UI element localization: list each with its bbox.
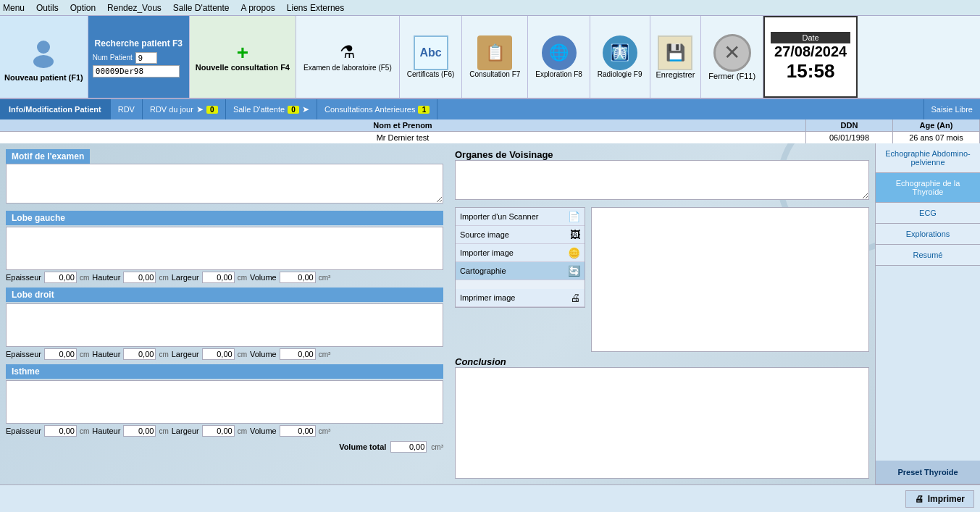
certificats-button[interactable]: Abc Certificats (F6): [400, 16, 463, 98]
sidebar-echographie-thyroide[interactable]: Echographie de la Thyroide: [876, 173, 980, 203]
num-patient-input[interactable]: [135, 52, 157, 64]
lobe-droit-hauteur[interactable]: [123, 348, 156, 360]
volume-total-input[interactable]: [390, 441, 427, 453]
examen-laboratoire-label: Examen de laboratoire (F5): [303, 64, 392, 72]
rdv-button[interactable]: RDV: [111, 99, 143, 119]
isthme-largeur[interactable]: [202, 425, 235, 437]
saisie-libre-button[interactable]: Saisie Libre: [924, 99, 980, 119]
lobe-gauche-hauteur[interactable]: [123, 272, 156, 283]
patient-data-row: Nom et Prenom DDN Age (An) Mr Dernier te…: [0, 119, 980, 143]
epaisseur-label-d: Epaisseur: [6, 350, 41, 358]
lobe-gauche-largeur[interactable]: [202, 272, 235, 283]
radiologie-f9-button[interactable]: 🩻 Radiologie F9: [590, 16, 650, 98]
consult-badge: 1: [418, 106, 430, 114]
info-modification-button[interactable]: Info/Modification Patient: [0, 99, 111, 119]
left-panel: Motif de l'examen Lobe gauche Epaisseur …: [0, 143, 449, 484]
importer-scanner-label: Importer d'un Scanner: [460, 212, 564, 221]
salle-attente-button[interactable]: Salle D'attente 0 ➤: [226, 99, 317, 119]
print-icon: 🖨: [570, 292, 580, 303]
recherche-patient-button[interactable]: Recherche patient F3: [93, 37, 185, 50]
imprimer-image-button[interactable]: Imprimer image 🖨: [456, 289, 585, 307]
cm3-unit-total: cm³: [431, 443, 443, 451]
organes-section: Organes de Voisinage: [455, 149, 869, 203]
plus-icon: +: [237, 43, 248, 63]
cm3-unit-g: cm³: [319, 274, 331, 282]
cartographie-button[interactable]: Cartographie 🔄: [456, 262, 585, 280]
nouvelle-consultation-button[interactable]: + Nouvelle consultation F4: [190, 16, 296, 98]
sidebar-spacer: [876, 266, 980, 461]
bottom-bar: 🖨 Imprimer: [0, 484, 980, 512]
enregistrer-icon: 💾: [658, 35, 692, 70]
cm-unit-d1: cm: [80, 351, 89, 358]
patient-nom: Mr Dernier test: [0, 132, 806, 143]
barcode-input[interactable]: [93, 65, 180, 77]
lobe-gauche-epaisseur[interactable]: [44, 272, 77, 283]
preset-thyroide-button[interactable]: Preset Thyroide: [876, 461, 980, 484]
largeur-label-i: Largeur: [172, 427, 199, 435]
conclusion-textarea[interactable]: [455, 367, 869, 479]
isthme-measurements: Epaisseur cm Hauteur cm Largeur cm Volum…: [6, 425, 443, 437]
consultations-anterieures-button[interactable]: Consultations Anterieures 1: [317, 99, 437, 119]
lobe-droit-largeur[interactable]: [202, 348, 235, 360]
nouveau-patient-button[interactable]: Nouveau patient (F1): [0, 16, 88, 98]
menu-item-salle[interactable]: Salle D'attente: [173, 3, 230, 13]
imprimer-button[interactable]: 🖨 Imprimer: [905, 490, 974, 508]
hauteur-label-g: Hauteur: [92, 273, 120, 282]
consultation-icon: 📋: [477, 35, 512, 70]
exploration-icon: 🌐: [542, 35, 577, 70]
isthme-hauteur[interactable]: [123, 425, 156, 437]
source-image-label: Source image: [460, 230, 566, 239]
isthme-volume[interactable]: [280, 425, 316, 437]
epaisseur-label-g: Epaisseur: [6, 273, 41, 282]
importer-scanner-button[interactable]: Importer d'un Scanner 📄: [456, 208, 585, 226]
exploration-f8-button[interactable]: 🌐 Exploration F8: [528, 16, 590, 98]
lobe-droit-volume[interactable]: [280, 348, 316, 360]
cartographie-label: Cartographie: [460, 267, 564, 275]
toolbar: Nouveau patient (F1) Recherche patient F…: [0, 16, 980, 99]
imprimer-label: Imprimer: [928, 494, 965, 504]
app-container: Menu Outils Option Rendez_Vous Salle D'a…: [0, 0, 980, 512]
cm3-unit-d: cm³: [319, 351, 331, 358]
consultation-f7-button[interactable]: 📋 Consultation F7: [462, 16, 528, 98]
menu-item-outils[interactable]: Outils: [36, 3, 59, 13]
num-patient-label: Num Patient: [93, 54, 133, 62]
patient-col-values: Mr Dernier test 06/01/1998 26 ans 07 moi…: [0, 132, 980, 143]
motif-textarea[interactable]: [6, 164, 443, 203]
patient-col-headers: Nom et Prenom DDN Age (An): [0, 119, 980, 132]
consultation-f7-label: Consultation F7: [469, 70, 520, 78]
organes-textarea[interactable]: [455, 160, 869, 200]
lobe-gauche-volume[interactable]: [280, 272, 316, 283]
menu-item-rendezvous[interactable]: Rendez_Vous: [107, 3, 162, 13]
hauteur-label-i: Hauteur: [92, 427, 120, 435]
menu-item-menu[interactable]: Menu: [3, 3, 25, 13]
fermer-button[interactable]: ✕ Fermer (F11): [701, 16, 763, 98]
sidebar-explorations[interactable]: Explorations: [876, 224, 980, 245]
rdv-du-jour-button[interactable]: RDV du jour ➤ 0: [143, 99, 226, 119]
isthme-epaisseur[interactable]: [44, 425, 77, 437]
cm-unit-d2: cm: [159, 351, 168, 358]
epaisseur-label-i: Epaisseur: [6, 427, 41, 435]
source-image-button[interactable]: Source image 🖼: [456, 226, 585, 244]
importer-image-button[interactable]: Importer image 🪙: [456, 244, 585, 262]
sidebar-echographie-abdomino[interactable]: Echographie Abdomino-pelvienne: [876, 143, 980, 173]
sidebar-ecg[interactable]: ECG: [876, 203, 980, 224]
lobe-droit-section: Lobe droit Epaisseur cm Hauteur cm Large…: [6, 288, 443, 360]
dropdown-spacer: [456, 280, 585, 289]
enregistrer-button[interactable]: 💾 Enregistrer: [650, 16, 702, 98]
cm-unit-g2: cm: [159, 274, 168, 282]
menu-item-apropos[interactable]: A propos: [240, 3, 275, 13]
labo-icon: ⚗: [340, 42, 356, 62]
lobe-droit-image: [6, 303, 443, 347]
right-sidebar: Echographie Abdomino-pelvienne Echograph…: [875, 143, 980, 484]
menu-item-option[interactable]: Option: [70, 3, 96, 13]
patient-cols: Nom et Prenom DDN Age (An) Mr Dernier te…: [0, 119, 980, 143]
lobe-gauche-header: Lobe gauche: [6, 211, 443, 225]
cm-unit-i2: cm: [159, 427, 168, 435]
lobe-droit-epaisseur[interactable]: [44, 348, 77, 360]
patient-navigation-bar: Info/Modification Patient RDV RDV du jou…: [0, 99, 980, 119]
fermer-label: Fermer (F11): [708, 72, 755, 80]
menu-item-liens[interactable]: Liens Externes: [287, 3, 344, 13]
sidebar-resume[interactable]: Resumé: [876, 245, 980, 266]
examen-laboratoire-button[interactable]: ⚗ Examen de laboratoire (F5): [296, 16, 400, 98]
import-icon: 🪙: [568, 247, 580, 259]
